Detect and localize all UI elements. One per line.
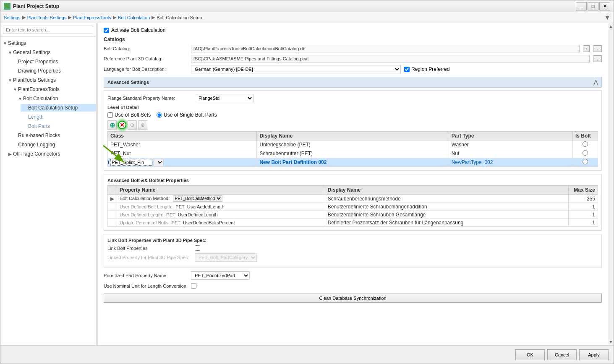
right-scrollbar[interactable]: ▲ ▼: [608, 23, 614, 345]
use-bolt-sets-label: Use of Bolt Sets: [115, 112, 151, 118]
toggle-icon[interactable]: ▼: [2, 41, 8, 46]
is-bolt-radio[interactable]: [583, 141, 588, 147]
cell-expand[interactable]: ▶: [108, 195, 117, 203]
project-properties-label: Project Properties: [18, 59, 58, 65]
prioritized-part-select[interactable]: PET_PrioritizedPart: [191, 271, 250, 280]
col-class: Class: [108, 132, 257, 140]
paste-part-btn[interactable]: ⊚: [138, 120, 147, 130]
col-display-name: Display Name: [325, 186, 568, 195]
sidebar: ▼ Settings ▼ General Settings Project Pr…: [0, 23, 96, 345]
settings-label: Settings: [8, 40, 26, 46]
delete-part-btn[interactable]: ✕: [118, 121, 126, 129]
sidebar-item-project-properties[interactable]: Project Properties: [0, 57, 96, 66]
region-preferred-checkbox[interactable]: [404, 67, 410, 72]
use-bolt-sets-radio-item[interactable]: Use of Bolt Sets: [107, 112, 151, 118]
sidebar-item-bolt-calculation-setup[interactable]: Bolt Calculation Setup: [0, 103, 96, 112]
cell-display: Definierter Prozentsatz der Schrauben fü…: [325, 219, 568, 227]
toggle-icon[interactable]: ▼: [12, 87, 18, 92]
region-preferred-container: Region Preferred: [404, 66, 449, 72]
toggle-icon[interactable]: ▶: [7, 152, 13, 156]
advanced-settings-collapse-btn[interactable]: ⋀: [593, 79, 598, 86]
reference-catalog-value: [SC]\CPak ASME\ASME Pipes and Fittings C…: [191, 55, 590, 62]
use-single-parts-radio[interactable]: [157, 112, 162, 118]
main-layout: ▼ Settings ▼ General Settings Project Pr…: [0, 23, 614, 345]
length-label: Length: [28, 114, 44, 120]
sidebar-item-drawing-properties[interactable]: Drawing Properties: [0, 66, 96, 75]
advanced-settings-content: Flange Standard Property Name: FlangeStd…: [104, 90, 602, 171]
sidebar-item-length[interactable]: Length: [0, 112, 96, 122]
use-bolt-sets-checkbox[interactable]: [107, 112, 113, 118]
linked-property-select[interactable]: PET_Bolt_PartCategory: [195, 253, 257, 262]
drawing-properties-label: Drawing Properties: [18, 68, 61, 74]
sidebar-item-bolt-calculation[interactable]: ▼ Bolt Calculation: [0, 94, 96, 103]
window-title: Plant Project Setup: [13, 3, 573, 9]
sidebar-tree: ▼ Settings ▼ General Settings Project Pr…: [0, 37, 96, 345]
copy-part-btn[interactable]: ⊙: [128, 120, 137, 130]
toggle-icon[interactable]: ▼: [7, 78, 13, 83]
level-of-detail-radio-row: Use of Bolt Sets Use of Single Bolt Part…: [107, 112, 598, 118]
is-bolt-radio[interactable]: [583, 159, 588, 164]
toggle-icon: [22, 124, 28, 129]
bolt-catalog-more-btn[interactable]: …: [593, 45, 602, 52]
breadcrumb-current: Bolt Calculation Setup: [157, 15, 202, 20]
cell-prop-name: User Defined Length: PET_UserDefinedLeng…: [117, 211, 325, 219]
bolt-catalog-add-btn[interactable]: +: [583, 45, 590, 52]
prioritized-part-label: Prioritized Part Property Name:: [104, 273, 188, 278]
linked-property-label: Linked Property for Plant 3D Pipe Spec:: [107, 255, 191, 260]
language-select[interactable]: German (Germany) [DE-DE]: [191, 65, 401, 73]
activate-bolt-calc-checkbox[interactable]: [104, 28, 109, 33]
cancel-button[interactable]: Cancel: [547, 349, 577, 360]
breadcrumb-bolt-calculation[interactable]: Bolt Calculation: [118, 15, 150, 20]
scroll-up-btn[interactable]: ▲: [609, 24, 613, 29]
add-part-btn[interactable]: ⊕: [107, 120, 117, 130]
reference-catalog-more-btn[interactable]: …: [593, 55, 602, 62]
toggle-icon[interactable]: ▼: [7, 50, 13, 55]
plantexpresstools-label: PlantExpressTools: [18, 86, 60, 92]
maximize-button[interactable]: □: [588, 2, 598, 10]
cell-expand: [108, 203, 117, 211]
is-bolt-radio[interactable]: [583, 150, 588, 156]
col-is-bolt: Is Bolt: [573, 132, 598, 140]
flange-prop-label: Flange Standard Property Name:: [107, 96, 191, 101]
table-row-selected[interactable]: I ▼ New Bolt Part Definition 002 NewPart…: [108, 158, 598, 167]
cell-max-size: 255: [569, 195, 598, 203]
use-single-parts-radio-item[interactable]: Use of Single Bolt Parts: [157, 112, 217, 118]
cell-prop-name: User Defined Bolt Length: PET_UserAddedL…: [117, 203, 325, 211]
sidebar-item-bolt-parts[interactable]: Bolt Parts: [0, 122, 96, 131]
use-single-parts-label: Use of Single Bolt Parts: [164, 112, 217, 118]
nominal-unit-checkbox[interactable]: [191, 283, 196, 289]
sidebar-item-settings[interactable]: ▼ Settings: [0, 39, 96, 48]
breadcrumb-settings[interactable]: Settings: [4, 15, 21, 20]
sidebar-item-general-settings[interactable]: ▼ General Settings: [0, 48, 96, 57]
minimize-button[interactable]: —: [576, 2, 587, 10]
scroll-down-btn[interactable]: ▼: [609, 340, 613, 344]
sidebar-item-planttools-settings[interactable]: ▼ PlantTools Settings: [0, 75, 96, 85]
clean-db-btn[interactable]: Clean Database Synchronization: [104, 294, 602, 303]
close-button[interactable]: ✕: [599, 2, 610, 10]
app-icon: 🌿: [4, 3, 10, 10]
table-row: Update Percent of Bolts PET_UserDefinedB…: [108, 219, 598, 227]
sidebar-item-rule-based-blocks[interactable]: Rule-based Blocks: [0, 131, 96, 140]
class-dropdown[interactable]: ▼: [154, 159, 164, 166]
link-bolt-props-checkbox[interactable]: [195, 245, 200, 251]
col-part-type: Part Type: [449, 132, 572, 140]
toggle-icon[interactable]: ▼: [17, 96, 23, 101]
flange-prop-select[interactable]: FlangeStd: [195, 94, 253, 102]
breadcrumb-plantexpresstools[interactable]: PlantExpressTools: [73, 15, 111, 20]
sidebar-item-change-logging[interactable]: Change Logging: [0, 140, 96, 149]
bolt-parts-toolbar: ⊕ ✕ ⊙ ⊚: [107, 120, 598, 130]
cell-display: Benutzerdefinierte Schrauben Gesamtlänge: [325, 211, 568, 219]
cell-class-editing[interactable]: I ▼: [108, 158, 257, 167]
sidebar-item-plantexpresstools[interactable]: ▼ PlantExpressTools: [0, 85, 96, 94]
rule-based-blocks-label: Rule-based Blocks: [18, 133, 60, 138]
search-input[interactable]: [3, 26, 93, 34]
class-edit-input[interactable]: [110, 159, 152, 166]
cell-is-bolt: [573, 149, 598, 158]
bolt-calc-method-select[interactable]: PET_BoltCalcMethod: [173, 195, 222, 202]
nominal-unit-row: Use Nominal Unit for Length Conversion: [104, 283, 602, 289]
breadcrumb-planttools[interactable]: PlantTools Settings: [27, 15, 67, 20]
ok-button[interactable]: OK: [515, 349, 545, 360]
breadcrumb-expand-icon[interactable]: ▼: [604, 14, 610, 21]
apply-button[interactable]: Apply: [579, 349, 609, 360]
sidebar-item-off-page-connectors[interactable]: ▶ Off-Page Connectors: [0, 149, 96, 159]
